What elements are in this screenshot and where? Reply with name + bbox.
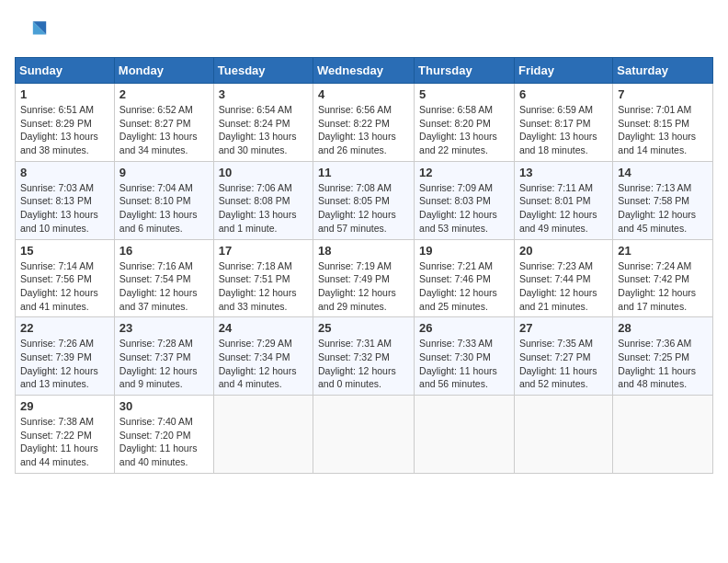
calendar-cell: 23Sunrise: 7:28 AM Sunset: 7:37 PM Dayli…: [114, 317, 213, 396]
calendar-cell: 7Sunrise: 7:01 AM Sunset: 8:15 PM Daylig…: [613, 84, 713, 162]
cell-text: Sunrise: 7:06 AM Sunset: 8:08 PM Dayligh…: [219, 181, 308, 236]
calendar-week-row: 8Sunrise: 7:03 AM Sunset: 8:13 PM Daylig…: [16, 161, 713, 239]
day-header-monday: Monday: [114, 58, 213, 84]
day-number: 2: [119, 87, 209, 101]
calendar-cell: 5Sunrise: 6:58 AM Sunset: 8:20 PM Daylig…: [415, 84, 515, 162]
calendar-cell: [613, 396, 713, 474]
calendar-header-row: SundayMondayTuesdayWednesdayThursdayFrid…: [16, 58, 713, 84]
calendar-cell: 6Sunrise: 6:59 AM Sunset: 8:17 PM Daylig…: [514, 84, 612, 162]
calendar-week-row: 22Sunrise: 7:26 AM Sunset: 7:39 PM Dayli…: [16, 317, 713, 396]
calendar-cell: 13Sunrise: 7:11 AM Sunset: 8:01 PM Dayli…: [514, 161, 612, 239]
calendar-cell: 16Sunrise: 7:16 AM Sunset: 7:54 PM Dayli…: [114, 239, 213, 317]
day-number: 11: [318, 166, 409, 179]
calendar-cell: [313, 396, 415, 474]
calendar-cell: 8Sunrise: 7:03 AM Sunset: 8:13 PM Daylig…: [16, 161, 115, 239]
cell-text: Sunrise: 7:38 AM Sunset: 7:22 PM Dayligh…: [20, 415, 109, 469]
day-number: 8: [20, 166, 109, 179]
day-header-tuesday: Tuesday: [213, 58, 313, 84]
cell-text: Sunrise: 7:35 AM Sunset: 7:27 PM Dayligh…: [519, 337, 608, 391]
day-number: 27: [519, 321, 608, 335]
calendar-cell: 25Sunrise: 7:31 AM Sunset: 7:32 PM Dayli…: [313, 317, 415, 396]
calendar-cell: 2Sunrise: 6:52 AM Sunset: 8:27 PM Daylig…: [114, 84, 213, 162]
logo: [15, 15, 51, 48]
day-number: 16: [119, 244, 209, 258]
day-number: 1: [20, 87, 109, 101]
day-header-thursday: Thursday: [415, 58, 515, 84]
calendar-cell: 1Sunrise: 6:51 AM Sunset: 8:29 PM Daylig…: [16, 84, 115, 162]
day-number: 24: [219, 321, 308, 335]
cell-text: Sunrise: 6:56 AM Sunset: 8:22 PM Dayligh…: [318, 103, 409, 157]
day-number: 20: [519, 244, 608, 258]
cell-text: Sunrise: 7:03 AM Sunset: 8:13 PM Dayligh…: [20, 181, 109, 236]
cell-text: Sunrise: 7:23 AM Sunset: 7:44 PM Dayligh…: [519, 259, 608, 314]
calendar-cell: 14Sunrise: 7:13 AM Sunset: 7:58 PM Dayli…: [613, 161, 713, 239]
cell-text: Sunrise: 7:31 AM Sunset: 7:32 PM Dayligh…: [318, 337, 409, 391]
calendar-cell: 22Sunrise: 7:26 AM Sunset: 7:39 PM Dayli…: [16, 317, 115, 396]
day-number: 17: [219, 244, 308, 258]
day-number: 13: [519, 166, 608, 179]
calendar-cell: 17Sunrise: 7:18 AM Sunset: 7:51 PM Dayli…: [213, 239, 313, 317]
page-header: [15, 15, 713, 48]
calendar-cell: 15Sunrise: 7:14 AM Sunset: 7:56 PM Dayli…: [16, 239, 115, 317]
cell-text: Sunrise: 6:51 AM Sunset: 8:29 PM Dayligh…: [20, 103, 109, 157]
day-number: 22: [20, 321, 109, 335]
cell-text: Sunrise: 7:09 AM Sunset: 8:03 PM Dayligh…: [419, 181, 509, 236]
day-number: 29: [20, 399, 109, 413]
cell-text: Sunrise: 7:21 AM Sunset: 7:46 PM Dayligh…: [419, 259, 509, 314]
day-header-sunday: Sunday: [16, 58, 115, 84]
day-number: 23: [119, 321, 209, 335]
cell-text: Sunrise: 7:28 AM Sunset: 7:37 PM Dayligh…: [119, 337, 209, 391]
calendar-cell: 12Sunrise: 7:09 AM Sunset: 8:03 PM Dayli…: [415, 161, 515, 239]
cell-text: Sunrise: 7:18 AM Sunset: 7:51 PM Dayligh…: [219, 259, 308, 314]
day-number: 28: [618, 321, 708, 335]
calendar-cell: 26Sunrise: 7:33 AM Sunset: 7:30 PM Dayli…: [415, 317, 515, 396]
cell-text: Sunrise: 7:19 AM Sunset: 7:49 PM Dayligh…: [318, 259, 409, 314]
calendar-week-row: 15Sunrise: 7:14 AM Sunset: 7:56 PM Dayli…: [16, 239, 713, 317]
day-number: 25: [318, 321, 409, 335]
cell-text: Sunrise: 7:33 AM Sunset: 7:30 PM Dayligh…: [419, 337, 509, 391]
calendar-cell: 11Sunrise: 7:08 AM Sunset: 8:05 PM Dayli…: [313, 161, 415, 239]
cell-text: Sunrise: 7:14 AM Sunset: 7:56 PM Dayligh…: [20, 259, 109, 314]
day-number: 30: [119, 399, 209, 413]
cell-text: Sunrise: 7:36 AM Sunset: 7:25 PM Dayligh…: [618, 337, 708, 391]
calendar-cell: 30Sunrise: 7:40 AM Sunset: 7:20 PM Dayli…: [114, 396, 213, 474]
calendar-week-row: 29Sunrise: 7:38 AM Sunset: 7:22 PM Dayli…: [16, 396, 713, 474]
calendar-table: SundayMondayTuesdayWednesdayThursdayFrid…: [15, 57, 713, 474]
cell-text: Sunrise: 6:59 AM Sunset: 8:17 PM Dayligh…: [519, 103, 608, 157]
calendar-cell: 24Sunrise: 7:29 AM Sunset: 7:34 PM Dayli…: [213, 317, 313, 396]
cell-text: Sunrise: 6:52 AM Sunset: 8:27 PM Dayligh…: [119, 103, 209, 157]
day-number: 21: [618, 244, 708, 258]
day-number: 10: [219, 166, 308, 179]
calendar-cell: 20Sunrise: 7:23 AM Sunset: 7:44 PM Dayli…: [514, 239, 612, 317]
day-number: 5: [419, 87, 509, 101]
cell-text: Sunrise: 7:08 AM Sunset: 8:05 PM Dayligh…: [318, 181, 409, 236]
day-number: 3: [219, 87, 308, 101]
day-number: 26: [419, 321, 509, 335]
cell-text: Sunrise: 7:04 AM Sunset: 8:10 PM Dayligh…: [119, 181, 209, 236]
cell-text: Sunrise: 6:58 AM Sunset: 8:20 PM Dayligh…: [419, 103, 509, 157]
cell-text: Sunrise: 7:26 AM Sunset: 7:39 PM Dayligh…: [20, 337, 109, 391]
cell-text: Sunrise: 7:01 AM Sunset: 8:15 PM Dayligh…: [618, 103, 708, 157]
calendar-cell: [415, 396, 515, 474]
cell-text: Sunrise: 6:54 AM Sunset: 8:24 PM Dayligh…: [219, 103, 308, 157]
calendar-cell: 19Sunrise: 7:21 AM Sunset: 7:46 PM Dayli…: [415, 239, 515, 317]
cell-text: Sunrise: 7:11 AM Sunset: 8:01 PM Dayligh…: [519, 181, 608, 236]
day-number: 18: [318, 244, 409, 258]
calendar-week-row: 1Sunrise: 6:51 AM Sunset: 8:29 PM Daylig…: [16, 84, 713, 162]
calendar-cell: 27Sunrise: 7:35 AM Sunset: 7:27 PM Dayli…: [514, 317, 612, 396]
calendar-cell: 10Sunrise: 7:06 AM Sunset: 8:08 PM Dayli…: [213, 161, 313, 239]
day-header-wednesday: Wednesday: [313, 58, 415, 84]
cell-text: Sunrise: 7:40 AM Sunset: 7:20 PM Dayligh…: [119, 415, 209, 469]
day-number: 4: [318, 87, 409, 101]
cell-text: Sunrise: 7:29 AM Sunset: 7:34 PM Dayligh…: [219, 337, 308, 391]
calendar-cell: 4Sunrise: 6:56 AM Sunset: 8:22 PM Daylig…: [313, 84, 415, 162]
cell-text: Sunrise: 7:13 AM Sunset: 7:58 PM Dayligh…: [618, 181, 708, 236]
calendar-cell: 29Sunrise: 7:38 AM Sunset: 7:22 PM Dayli…: [16, 396, 115, 474]
day-number: 19: [419, 244, 509, 258]
calendar-cell: [514, 396, 612, 474]
day-number: 9: [119, 166, 209, 179]
calendar-cell: 28Sunrise: 7:36 AM Sunset: 7:25 PM Dayli…: [613, 317, 713, 396]
calendar-cell: [213, 396, 313, 474]
day-number: 14: [618, 166, 708, 179]
day-number: 15: [20, 244, 109, 258]
